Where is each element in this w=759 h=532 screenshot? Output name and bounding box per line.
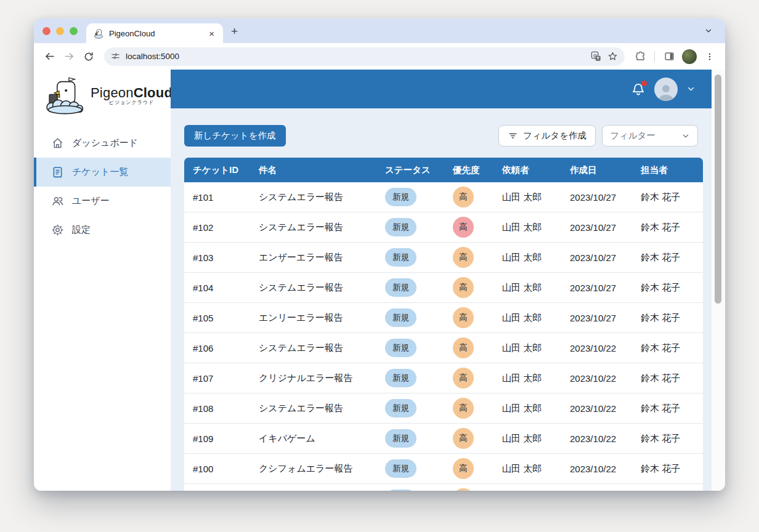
cell-created-date: 2023/10/22	[561, 373, 632, 384]
notification-dot	[641, 81, 647, 86]
status-badge: 新規	[385, 218, 416, 236]
brand-text: PigeonCloud ピジョンクラウド	[91, 86, 172, 105]
chevron-down-icon	[681, 132, 690, 140]
sidebar-item-label: ダッシュボード	[72, 137, 138, 149]
status-badge: 新規	[385, 339, 416, 357]
side-panel-icon[interactable]	[660, 47, 678, 66]
sidebar-item-tickets[interactable]: チケット一覧	[34, 158, 171, 187]
new-tab-button plus-icon[interactable]: +	[226, 25, 243, 38]
sidebar-item-settings[interactable]: 設定	[34, 216, 171, 244]
cell-ticket-id: #108	[184, 403, 250, 414]
table-row[interactable]: #109 イキバゲーム 新規 高 山田 太郎 2023/10/22 鈴木 花子	[184, 424, 703, 454]
cell-created-date: 2023/10/22	[561, 433, 632, 444]
cell-status: 新規	[376, 399, 444, 417]
extensions-puzzle-icon[interactable]	[631, 47, 649, 66]
table-body: #101 システムエラー報告 新規 高 山田 太郎 2023/10/27 鈴木 …	[184, 182, 703, 491]
column-header: 依頼者	[493, 164, 561, 176]
cell-ticket-id: #100	[184, 464, 250, 474]
cell-status: 新規	[376, 248, 444, 267]
cell-ticket-id: #109	[184, 433, 250, 444]
priority-badge: 高	[453, 337, 474, 358]
cell-assignee: 鈴木 花子	[632, 282, 703, 294]
sidebar: PigeonCloud ピジョンクラウド ダッシュボード チケット一覧	[34, 70, 171, 491]
browser-menu-kebab-icon[interactable]	[700, 47, 719, 66]
cell-ticket-id: #101	[184, 192, 250, 203]
table-row[interactable]: #108 システムエラー報告 新規 高 山田 太郎 2023/10/22 鈴木 …	[184, 393, 703, 424]
reload-icon[interactable]	[79, 47, 98, 66]
create-filter-button[interactable]: フィルタを作成	[498, 125, 596, 147]
table-row[interactable]: #102 システムエラー報告 新規 高 山田 太郎 2023/10/27 鈴木 …	[184, 212, 703, 243]
status-badge: 新規	[385, 369, 416, 387]
filter-dropdown[interactable]: フィルター	[602, 125, 698, 147]
cell-priority: 高	[444, 368, 493, 389]
browser-toolbar: localhost:5000 G	[34, 43, 725, 70]
address-bar[interactable]: localhost:5000 G	[104, 47, 625, 66]
tab-search-chevron-icon[interactable]	[700, 23, 716, 39]
scrollbar-thumb[interactable]	[715, 75, 721, 304]
notifications-bell-icon[interactable]	[631, 82, 646, 97]
create-ticket-button[interactable]: 新しチケットを作成	[184, 125, 286, 147]
cell-ticket-id: #107	[184, 373, 250, 384]
cell-status: 新規	[376, 490, 444, 491]
cell-assignee: 鈴木 花子	[632, 403, 703, 414]
cell-subject: システムエラー報告	[250, 191, 376, 203]
column-header: 作成日	[561, 164, 632, 176]
cell-subject: イキバゲーム	[250, 433, 376, 445]
priority-badge: 高	[453, 458, 474, 479]
status-badge: 新規	[385, 248, 416, 267]
table-row[interactable]: #101 システムエラー報告 新規 高 山田 太郎 2023/10/27 鈴木 …	[184, 182, 703, 212]
cell-ticket-id: #105	[184, 313, 250, 323]
cell-status: 新規	[376, 459, 444, 478]
tab-close-icon[interactable]: ×	[206, 28, 217, 39]
cell-requester: 山田 太郎	[493, 433, 561, 445]
user-avatar[interactable]	[654, 78, 678, 101]
priority-badge: 高	[453, 488, 474, 491]
cell-ticket-id: #106	[184, 343, 250, 353]
table-row[interactable]: #103 エンザーエラー報告 新規 高 山田 太郎 2023/10/27 鈴木 …	[184, 243, 703, 273]
bookmark-star-icon[interactable]	[607, 50, 619, 62]
url-text[interactable]: localhost:5000	[126, 52, 585, 61]
cell-created-date: 2023/10/27	[561, 222, 632, 233]
cell-created-date: 2023/10/22	[561, 464, 632, 474]
table-row[interactable]: #110 システムエラー報告 新規 高 山田 太郎 2023/10/22 鈴木 …	[184, 484, 703, 491]
user-menu-chevron-icon[interactable]	[686, 84, 696, 94]
table-row[interactable]: #100 クシフォムエラー報告 新規 高 山田 太郎 2023/10/22 鈴木…	[184, 454, 703, 484]
app-root: PigeonCloud ピジョンクラウド ダッシュボード チケット一覧	[34, 70, 725, 491]
back-icon[interactable]	[40, 47, 59, 66]
table-row[interactable]: #106 システムエラー報告 新規 高 山田 太郎 2023/10/22 鈴木 …	[184, 333, 703, 363]
browser-tab-strip: PigeonCloud × +	[34, 18, 725, 43]
column-header: 件名	[250, 164, 376, 176]
minimize-window-button[interactable]	[56, 27, 64, 35]
column-header: チケットID	[184, 164, 250, 176]
close-window-button[interactable]	[43, 27, 51, 35]
sidebar-item-dashboard[interactable]: ダッシュボード	[34, 129, 171, 158]
forward-icon[interactable]	[60, 47, 78, 66]
cell-requester: 山田 太郎	[493, 191, 561, 203]
tab-title: PigeonCloud	[109, 29, 201, 38]
cell-priority: 高	[444, 277, 493, 298]
zoom-window-button[interactable]	[70, 27, 78, 35]
sidebar-item-users[interactable]: ユーザー	[34, 187, 171, 216]
cell-created-date: 2023/10/27	[561, 192, 632, 203]
table-row[interactable]: #107 クリジナルエラー報告 新規 高 山田 太郎 2023/10/22 鈴木…	[184, 363, 703, 393]
browser-tab[interactable]: PigeonCloud ×	[86, 23, 223, 43]
cell-status: 新規	[376, 339, 444, 357]
cell-ticket-id: #103	[184, 252, 250, 263]
column-header: 優先度	[444, 164, 493, 176]
site-settings-icon[interactable]	[110, 51, 121, 62]
priority-badge: 高	[453, 217, 474, 238]
home-icon	[51, 137, 64, 150]
status-badge: 新規	[385, 399, 416, 417]
status-badge: 新規	[385, 429, 416, 448]
table-row[interactable]: #104 システムエラー報告 新規 高 山田 太郎 2023/10/27 鈴木 …	[184, 273, 703, 303]
cell-priority: 高	[444, 307, 493, 328]
browser-profile-avatar[interactable]	[682, 49, 697, 64]
app-header	[171, 70, 712, 108]
cell-subject: クリジナルエラー報告	[250, 373, 376, 384]
cell-priority: 高	[444, 428, 493, 449]
table-row[interactable]: #105 エンリーエラー報告 新規 高 山田 太郎 2023/10/27 鈴木 …	[184, 303, 703, 333]
priority-badge: 高	[453, 307, 474, 328]
app-logo[interactable]: PigeonCloud ピジョンクラウド	[34, 70, 171, 120]
cell-subject: エンザーエラー報告	[250, 252, 376, 264]
translate-icon[interactable]: G	[590, 50, 602, 62]
